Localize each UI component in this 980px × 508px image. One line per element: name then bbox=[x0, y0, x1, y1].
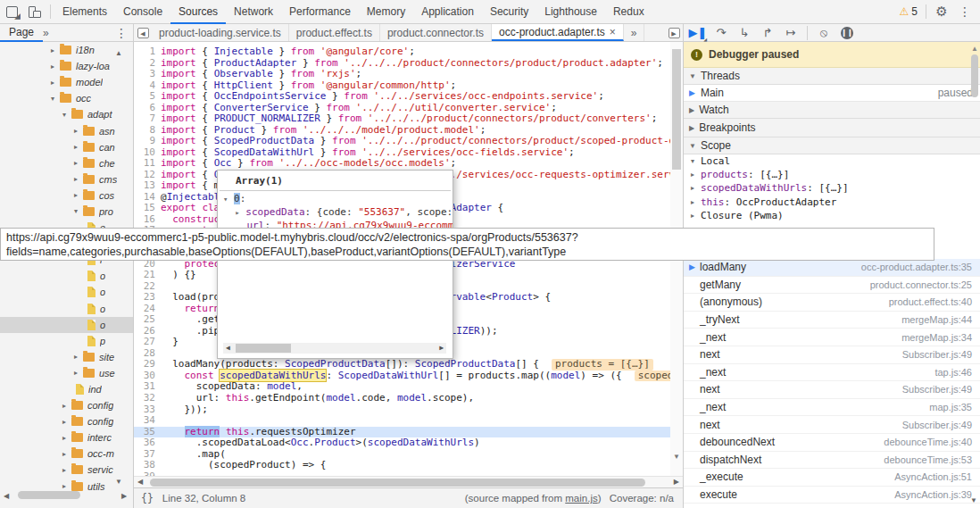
call-stack-frame[interactable]: (anonymous)product.effect.ts:40 bbox=[684, 294, 980, 312]
tree-item-p[interactable]: p bbox=[0, 333, 133, 349]
frame-location[interactable]: map.js:35 bbox=[929, 402, 972, 412]
frame-location[interactable]: occ-product.adapter.ts:35 bbox=[861, 262, 972, 272]
sidebar-scroll-up-icon[interactable]: ▲ bbox=[970, 45, 979, 53]
tree-item-adapt[interactable]: ▾adapt bbox=[0, 106, 133, 122]
frame-location[interactable]: mergeMap.js:44 bbox=[901, 314, 972, 325]
line-number[interactable]: 38 bbox=[134, 460, 161, 471]
tree-scroll-up-icon[interactable]: ▲ bbox=[115, 49, 122, 57]
frame-location[interactable]: Subscriber.js:49 bbox=[902, 420, 972, 430]
call-stack-frame[interactable]: _nexttap.js:46 bbox=[684, 364, 980, 382]
panel-tab-performance[interactable]: Performance bbox=[281, 0, 359, 24]
editor-scroll-right-icon[interactable]: ▶ bbox=[674, 478, 679, 486]
navigator-tab-page[interactable]: Page bbox=[0, 24, 43, 42]
call-stack-frame[interactable]: ▶loadManyocc-product.adapter.ts:35 bbox=[684, 259, 980, 277]
frame-location[interactable]: AsyncAction.js:39 bbox=[894, 489, 972, 500]
tree-item-asn[interactable]: ▸asn bbox=[0, 122, 133, 138]
line-number[interactable]: 5 bbox=[134, 91, 161, 103]
inspect-element-icon[interactable] bbox=[0, 2, 23, 21]
line-number[interactable]: 15 bbox=[134, 203, 161, 214]
call-stack-frame[interactable]: _executeAsyncAction.js:51 bbox=[684, 469, 980, 487]
navigator-more-tabs[interactable]: » bbox=[43, 27, 49, 39]
panel-tab-lighthouse[interactable]: Lighthouse bbox=[536, 0, 605, 24]
popup-scroll-left-icon[interactable]: ◀ bbox=[226, 344, 230, 352]
call-stack-frame[interactable]: executeAsyncAction.js:39 bbox=[684, 487, 980, 504]
step-into-button[interactable]: ↳ bbox=[734, 25, 755, 41]
chevron-right-icon[interactable]: ▸ bbox=[74, 353, 83, 361]
editor-vertical-scrollbar[interactable]: ▼ bbox=[670, 42, 683, 487]
chevron-right-icon[interactable]: ▸ bbox=[74, 369, 83, 377]
scope-row-local[interactable]: ▾Local bbox=[684, 154, 980, 168]
tree-item-site[interactable]: ▸site bbox=[0, 349, 133, 365]
scope-row-this[interactable]: ▸this: OccProductAdapter bbox=[684, 196, 980, 209]
panel-tab-console[interactable]: Console bbox=[115, 0, 170, 24]
tree-item-occ-m[interactable]: ▸occ-m bbox=[0, 446, 133, 462]
tree-scroll-down-icon[interactable]: ▼ bbox=[115, 478, 122, 486]
line-number[interactable]: 21 bbox=[134, 270, 161, 281]
chevron-down-icon[interactable]: ▾ bbox=[51, 95, 60, 103]
line-number[interactable]: 13 bbox=[134, 180, 161, 192]
tree-item-o[interactable]: o bbox=[0, 317, 133, 333]
line-number[interactable]: 4 bbox=[134, 80, 161, 92]
chevron-right-icon[interactable]: ▸ bbox=[62, 450, 71, 458]
tree-scroll-right-icon[interactable]: ▶ bbox=[121, 492, 127, 500]
devtools-menu-icon[interactable]: ⋮ bbox=[953, 2, 976, 21]
tree-item-use[interactable]: ▸use bbox=[0, 365, 133, 381]
tree-item-can[interactable]: ▸can bbox=[0, 139, 133, 155]
watch-section-header[interactable]: ▶Watch bbox=[684, 102, 980, 119]
chevron-down-icon[interactable]: ▾ bbox=[74, 207, 83, 215]
sidebar-scrollbar[interactable]: ▲ bbox=[970, 45, 979, 97]
tree-item-interc[interactable]: ▸interc bbox=[0, 429, 133, 446]
file-tab[interactable]: product.connector.ts bbox=[380, 24, 492, 41]
toggle-debugger-sidebar-icon[interactable]: ▶ bbox=[665, 26, 683, 40]
collapse-icon[interactable]: ▾ bbox=[223, 195, 228, 204]
chevron-right-icon[interactable]: ▸ bbox=[74, 127, 83, 135]
sidebar-scrollbar-thumb[interactable] bbox=[971, 54, 978, 97]
line-number[interactable]: 9 bbox=[134, 136, 161, 147]
panel-tab-sources[interactable]: Sources bbox=[170, 0, 226, 24]
file-tab[interactable]: occ-product.adapter.ts× bbox=[492, 24, 624, 41]
line-number[interactable]: 7 bbox=[134, 113, 161, 125]
line-number[interactable]: 8 bbox=[134, 125, 161, 137]
thread-row-main[interactable]: ▶ Main paused bbox=[684, 85, 980, 102]
editor-scroll-left-icon[interactable]: ◀ bbox=[137, 478, 143, 486]
call-stack-frame[interactable]: nextSubscriber.js:49 bbox=[684, 381, 980, 399]
tree-item-ind[interactable]: ind bbox=[0, 381, 133, 397]
chevron-right-icon[interactable]: ▸ bbox=[691, 198, 701, 206]
chevron-right-icon[interactable]: ▸ bbox=[691, 184, 701, 192]
line-number[interactable]: 25 bbox=[134, 314, 161, 326]
frame-location[interactable]: AsyncAction.js:51 bbox=[894, 471, 972, 482]
frame-location[interactable]: mergeMap.js:34 bbox=[901, 332, 972, 343]
call-stack-frame[interactable]: dispatchNextdebounceTime.js:53 bbox=[684, 452, 980, 470]
scope-section-header[interactable]: ▼Scope bbox=[684, 137, 980, 154]
editor-horizontal-scrollbar[interactable]: ◀ ▶ bbox=[134, 476, 683, 487]
device-toolbar-icon[interactable] bbox=[23, 2, 46, 21]
close-tab-icon[interactable]: × bbox=[610, 26, 616, 38]
chevron-right-icon[interactable]: ▸ bbox=[62, 418, 71, 426]
threads-section-header[interactable]: ▼Threads bbox=[684, 68, 980, 85]
panel-tab-security[interactable]: Security bbox=[482, 0, 536, 24]
frame-location[interactable]: tap.js:46 bbox=[934, 367, 972, 378]
pretty-print-icon[interactable]: {} bbox=[141, 492, 154, 504]
line-number[interactable]: 11 bbox=[134, 158, 161, 170]
code-line-38[interactable]: 38 (scopedProduct) => { bbox=[134, 460, 683, 471]
scope-row-closure-pwma-[interactable]: ▸Closure (Pwma) bbox=[684, 209, 980, 222]
call-stack-frame[interactable]: nextSubscriber.js:49 bbox=[684, 346, 980, 364]
chevron-right-icon[interactable]: ▸ bbox=[74, 143, 83, 151]
chevron-right-icon[interactable]: ▸ bbox=[74, 175, 83, 183]
console-warnings-badge[interactable]: ⚠ 5 bbox=[895, 4, 922, 20]
tree-item-occ[interactable]: ▾occ bbox=[0, 90, 133, 106]
tree-item-o[interactable]: o bbox=[0, 268, 133, 284]
chevron-right-icon[interactable]: ▸ bbox=[62, 482, 71, 490]
tree-item-o[interactable]: o bbox=[0, 284, 133, 300]
frame-location[interactable]: Subscriber.js:49 bbox=[902, 384, 972, 395]
resume-button[interactable]: ▶❚ bbox=[687, 25, 709, 41]
call-stack-frame[interactable]: debouncedNextdebounceTime.js:40 bbox=[684, 434, 980, 452]
editor-hscrollbar-thumb[interactable] bbox=[150, 479, 645, 487]
frame-location[interactable]: product.effect.ts:40 bbox=[889, 296, 972, 307]
chevron-right-icon[interactable]: ▸ bbox=[62, 466, 71, 474]
tree-item-model[interactable]: ▸model bbox=[0, 74, 133, 90]
chevron-down-icon[interactable]: ▾ bbox=[691, 157, 701, 165]
line-number[interactable]: 2 bbox=[134, 58, 161, 70]
line-number[interactable]: 36 bbox=[134, 437, 161, 449]
toggle-navigator-icon[interactable]: ◀ bbox=[134, 26, 152, 40]
